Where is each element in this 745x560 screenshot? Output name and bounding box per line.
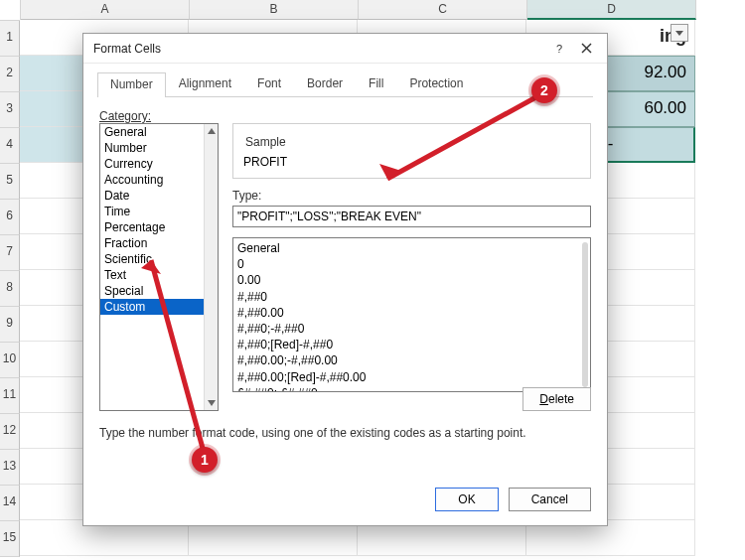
category-item[interactable]: Percentage bbox=[100, 219, 204, 235]
ok-button[interactable]: OK bbox=[435, 488, 498, 511]
format-item[interactable]: #,##0;[Red]-#,##0 bbox=[237, 337, 586, 352]
sample-value: PROFIT bbox=[241, 152, 582, 170]
row-header[interactable]: 11 bbox=[0, 378, 20, 414]
svg-text:?: ? bbox=[556, 43, 562, 55]
category-item[interactable]: Text bbox=[100, 267, 204, 283]
row-header[interactable]: 1 bbox=[0, 21, 20, 57]
row-headers: 1 2 3 4 5 6 7 8 9 10 11 12 13 14 15 bbox=[0, 20, 20, 560]
category-item[interactable]: Date bbox=[100, 188, 204, 204]
row-header[interactable]: 12 bbox=[0, 414, 20, 450]
annotation-callout-2: 2 bbox=[531, 77, 557, 103]
category-label: Category: bbox=[99, 109, 591, 123]
category-item[interactable]: Scientific bbox=[100, 251, 204, 267]
tab-font[interactable]: Font bbox=[244, 71, 294, 96]
svg-marker-4 bbox=[208, 128, 216, 134]
category-item[interactable]: General bbox=[100, 124, 204, 140]
close-button[interactable] bbox=[573, 38, 599, 60]
category-item[interactable]: Accounting bbox=[100, 172, 204, 188]
sample-label: Sample bbox=[241, 135, 290, 149]
category-list[interactable]: General Number Currency Accounting Date … bbox=[99, 123, 219, 411]
titlebar[interactable]: Format Cells ? bbox=[83, 34, 607, 64]
row-header[interactable]: 6 bbox=[0, 200, 20, 235]
close-icon bbox=[581, 43, 592, 54]
row-header[interactable]: 3 bbox=[0, 92, 20, 128]
row-header[interactable]: 2 bbox=[0, 57, 20, 92]
row-header[interactable]: 8 bbox=[0, 271, 20, 307]
annotation-callout-1: 1 bbox=[192, 447, 218, 473]
tab-protection[interactable]: Protection bbox=[396, 71, 476, 96]
col-header-d[interactable]: D bbox=[527, 0, 696, 20]
format-item[interactable]: #,##0.00;[Red]-#,##0.00 bbox=[237, 369, 586, 385]
scrollbar-thumb[interactable] bbox=[582, 242, 588, 387]
sample-group: Sample PROFIT bbox=[232, 123, 591, 179]
type-label: Type: bbox=[232, 189, 591, 203]
row-header[interactable]: 4 bbox=[0, 128, 20, 164]
row-header[interactable]: 9 bbox=[0, 307, 20, 343]
chevron-down-icon bbox=[674, 28, 684, 38]
help-icon: ? bbox=[554, 43, 566, 55]
format-item[interactable]: #,##0;-#,##0 bbox=[237, 321, 586, 337]
row-header[interactable]: 14 bbox=[0, 486, 20, 521]
tab-alignment[interactable]: Alignment bbox=[166, 71, 244, 96]
svg-marker-5 bbox=[208, 400, 216, 406]
help-button[interactable]: ? bbox=[547, 38, 573, 60]
format-hint-text: Type the number format code, using one o… bbox=[99, 426, 591, 440]
category-item[interactable]: Special bbox=[100, 283, 204, 299]
format-item[interactable]: #,##0.00;-#,##0.00 bbox=[237, 352, 586, 368]
row-header[interactable]: 13 bbox=[0, 450, 20, 486]
row-header[interactable]: 7 bbox=[0, 235, 20, 271]
col-header-a[interactable]: A bbox=[21, 0, 190, 20]
tab-border[interactable]: Border bbox=[294, 71, 356, 96]
chevron-up-icon bbox=[207, 126, 217, 136]
col-header-b[interactable]: B bbox=[190, 0, 359, 20]
row-header[interactable]: 5 bbox=[0, 164, 20, 200]
tab-number[interactable]: Number bbox=[97, 72, 166, 97]
filter-dropdown-button[interactable] bbox=[670, 24, 688, 42]
column-headers: A B C D bbox=[20, 0, 745, 20]
category-item-custom[interactable]: Custom bbox=[100, 299, 204, 315]
dialog-title: Format Cells bbox=[93, 42, 161, 56]
category-item[interactable]: Time bbox=[100, 204, 204, 219]
cancel-button[interactable]: Cancel bbox=[509, 488, 591, 511]
row-header[interactable]: 10 bbox=[0, 343, 20, 378]
chevron-down-icon bbox=[207, 398, 217, 408]
format-item[interactable]: 0 bbox=[237, 256, 586, 272]
format-item[interactable]: General bbox=[237, 240, 586, 256]
format-cells-dialog: Format Cells ? Number Alignment Font Bor… bbox=[82, 33, 608, 526]
row-header[interactable]: 15 bbox=[0, 521, 20, 557]
type-input[interactable] bbox=[232, 206, 591, 227]
format-item[interactable]: #,##0.00 bbox=[237, 305, 586, 321]
format-code-list[interactable]: General 0 0.00 #,##0 #,##0.00 #,##0;-#,#… bbox=[232, 237, 591, 392]
category-item[interactable]: Number bbox=[100, 140, 204, 156]
tab-fill[interactable]: Fill bbox=[356, 71, 396, 96]
col-header-c[interactable]: C bbox=[359, 0, 527, 20]
format-item[interactable]: 0.00 bbox=[237, 272, 586, 288]
svg-marker-0 bbox=[675, 31, 683, 36]
category-item[interactable]: Currency bbox=[100, 156, 204, 172]
delete-button[interactable]: Delete bbox=[522, 387, 591, 411]
scrollbar[interactable] bbox=[204, 124, 218, 410]
category-item[interactable]: Fraction bbox=[100, 235, 204, 251]
tab-bar: Number Alignment Font Border Fill Protec… bbox=[83, 64, 607, 96]
format-item[interactable]: #,##0 bbox=[237, 289, 586, 305]
